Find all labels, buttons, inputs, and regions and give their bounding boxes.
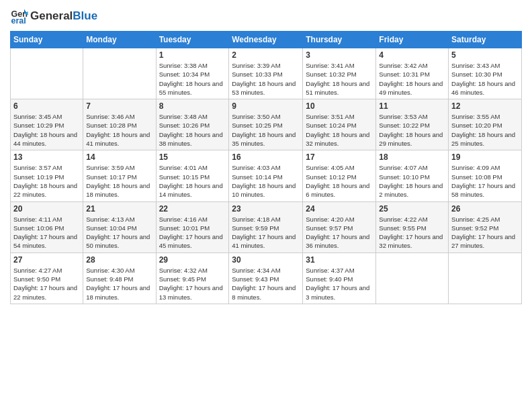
- calendar-cell: 3Sunrise: 3:41 AM Sunset: 10:32 PM Dayli…: [303, 48, 376, 99]
- day-info: Sunrise: 3:46 AM Sunset: 10:28 PM Daylig…: [86, 112, 152, 148]
- day-info: Sunrise: 4:13 AM Sunset: 10:04 PM Daylig…: [86, 215, 152, 250]
- calendar-cell: 27Sunrise: 4:27 AM Sunset: 9:50 PM Dayli…: [11, 253, 83, 304]
- calendar-cell: [449, 253, 522, 304]
- calendar-cell: 7Sunrise: 3:46 AM Sunset: 10:28 PM Dayli…: [83, 99, 156, 150]
- day-number: 19: [451, 152, 519, 162]
- calendar-cell: 30Sunrise: 4:34 AM Sunset: 9:43 PM Dayli…: [229, 253, 303, 304]
- day-number: 7: [86, 101, 152, 111]
- calendar-cell: 17Sunrise: 4:05 AM Sunset: 10:12 PM Dayl…: [303, 150, 376, 201]
- weekday-header-tuesday: Tuesday: [156, 32, 229, 48]
- day-info: Sunrise: 3:55 AM Sunset: 10:20 PM Daylig…: [451, 112, 519, 148]
- calendar-cell: 15Sunrise: 4:01 AM Sunset: 10:15 PM Dayl…: [156, 150, 229, 201]
- weekday-header-thursday: Thursday: [303, 32, 376, 48]
- day-number: 18: [379, 152, 445, 162]
- day-info: Sunrise: 3:57 AM Sunset: 10:19 PM Daylig…: [13, 163, 80, 199]
- svg-text:eral: eral: [11, 16, 26, 26]
- week-row-3: 13Sunrise: 3:57 AM Sunset: 10:19 PM Dayl…: [11, 150, 522, 201]
- week-row-5: 27Sunrise: 4:27 AM Sunset: 9:50 PM Dayli…: [11, 253, 522, 304]
- day-info: Sunrise: 3:39 AM Sunset: 10:33 PM Daylig…: [232, 61, 300, 97]
- day-info: Sunrise: 4:25 AM Sunset: 9:52 PM Dayligh…: [451, 215, 519, 250]
- calendar-cell: 21Sunrise: 4:13 AM Sunset: 10:04 PM Dayl…: [83, 201, 156, 253]
- calendar-cell: [83, 48, 156, 99]
- calendar-cell: 24Sunrise: 4:20 AM Sunset: 9:57 PM Dayli…: [303, 201, 376, 253]
- day-info: Sunrise: 4:34 AM Sunset: 9:43 PM Dayligh…: [232, 266, 300, 302]
- day-number: 22: [159, 204, 226, 214]
- calendar-cell: 28Sunrise: 4:30 AM Sunset: 9:48 PM Dayli…: [83, 253, 156, 304]
- calendar-cell: [11, 48, 83, 99]
- day-number: 6: [13, 101, 80, 111]
- day-info: Sunrise: 3:45 AM Sunset: 10:29 PM Daylig…: [13, 112, 80, 148]
- day-number: 11: [379, 101, 445, 111]
- calendar-cell: 13Sunrise: 3:57 AM Sunset: 10:19 PM Dayl…: [11, 150, 83, 201]
- calendar-cell: 26Sunrise: 4:25 AM Sunset: 9:52 PM Dayli…: [449, 201, 522, 253]
- day-number: 20: [13, 204, 80, 214]
- calendar-cell: 11Sunrise: 3:53 AM Sunset: 10:22 PM Dayl…: [376, 99, 449, 150]
- day-number: 15: [159, 152, 226, 162]
- day-info: Sunrise: 3:38 AM Sunset: 10:34 PM Daylig…: [159, 61, 226, 97]
- calendar-cell: 9Sunrise: 3:50 AM Sunset: 10:25 PM Dayli…: [229, 99, 303, 150]
- calendar-cell: 10Sunrise: 3:51 AM Sunset: 10:24 PM Dayl…: [303, 99, 376, 150]
- day-number: 14: [86, 152, 152, 162]
- day-info: Sunrise: 3:41 AM Sunset: 10:32 PM Daylig…: [306, 61, 373, 97]
- calendar-cell: 2Sunrise: 3:39 AM Sunset: 10:33 PM Dayli…: [229, 48, 303, 99]
- calendar-cell: 20Sunrise: 4:11 AM Sunset: 10:06 PM Dayl…: [11, 201, 83, 253]
- calendar-cell: [376, 253, 449, 304]
- day-number: 27: [13, 255, 80, 265]
- logo: Gen eral GeneralBlue: [10, 7, 97, 26]
- day-info: Sunrise: 4:01 AM Sunset: 10:15 PM Daylig…: [159, 163, 226, 199]
- day-info: Sunrise: 4:11 AM Sunset: 10:06 PM Daylig…: [13, 215, 80, 250]
- day-info: Sunrise: 4:09 AM Sunset: 10:08 PM Daylig…: [451, 163, 519, 199]
- day-number: 2: [232, 50, 300, 60]
- day-number: 23: [232, 204, 300, 214]
- day-info: Sunrise: 3:42 AM Sunset: 10:31 PM Daylig…: [379, 61, 445, 97]
- calendar-cell: 23Sunrise: 4:18 AM Sunset: 9:59 PM Dayli…: [229, 201, 303, 253]
- weekday-header-monday: Monday: [83, 32, 156, 48]
- calendar-cell: 18Sunrise: 4:07 AM Sunset: 10:10 PM Dayl…: [376, 150, 449, 201]
- day-info: Sunrise: 4:32 AM Sunset: 9:45 PM Dayligh…: [159, 266, 226, 302]
- day-number: 8: [159, 101, 226, 111]
- day-info: Sunrise: 3:43 AM Sunset: 10:30 PM Daylig…: [451, 61, 519, 97]
- day-number: 10: [306, 101, 373, 111]
- day-number: 1: [159, 50, 226, 60]
- weekday-header-saturday: Saturday: [449, 32, 522, 48]
- calendar-cell: 8Sunrise: 3:48 AM Sunset: 10:26 PM Dayli…: [156, 99, 229, 150]
- calendar-cell: 5Sunrise: 3:43 AM Sunset: 10:30 PM Dayli…: [449, 48, 522, 99]
- day-number: 3: [306, 50, 373, 60]
- day-info: Sunrise: 4:27 AM Sunset: 9:50 PM Dayligh…: [13, 266, 80, 302]
- logo-icon: Gen eral: [10, 7, 29, 26]
- weekday-header-wednesday: Wednesday: [229, 32, 303, 48]
- day-info: Sunrise: 4:30 AM Sunset: 9:48 PM Dayligh…: [86, 266, 152, 302]
- day-number: 5: [451, 50, 519, 60]
- day-info: Sunrise: 4:18 AM Sunset: 9:59 PM Dayligh…: [232, 215, 300, 250]
- day-info: Sunrise: 4:22 AM Sunset: 9:55 PM Dayligh…: [379, 215, 445, 250]
- day-info: Sunrise: 3:53 AM Sunset: 10:22 PM Daylig…: [379, 112, 445, 148]
- calendar-cell: 1Sunrise: 3:38 AM Sunset: 10:34 PM Dayli…: [156, 48, 229, 99]
- calendar-cell: 25Sunrise: 4:22 AM Sunset: 9:55 PM Dayli…: [376, 201, 449, 253]
- calendar-cell: 14Sunrise: 3:59 AM Sunset: 10:17 PM Dayl…: [83, 150, 156, 201]
- calendar-cell: 19Sunrise: 4:09 AM Sunset: 10:08 PM Dayl…: [449, 150, 522, 201]
- page: Gen eral GeneralBlue SundayMondayTuesday…: [0, 0, 532, 311]
- calendar-cell: 16Sunrise: 4:03 AM Sunset: 10:14 PM Dayl…: [229, 150, 303, 201]
- week-row-2: 6Sunrise: 3:45 AM Sunset: 10:29 PM Dayli…: [11, 99, 522, 150]
- day-info: Sunrise: 4:37 AM Sunset: 9:40 PM Dayligh…: [306, 266, 373, 302]
- day-number: 17: [306, 152, 373, 162]
- weekday-header-friday: Friday: [376, 32, 449, 48]
- day-number: 29: [159, 255, 226, 265]
- day-info: Sunrise: 3:51 AM Sunset: 10:24 PM Daylig…: [306, 112, 373, 148]
- day-number: 30: [232, 255, 300, 265]
- day-info: Sunrise: 3:59 AM Sunset: 10:17 PM Daylig…: [86, 163, 152, 199]
- week-row-1: 1Sunrise: 3:38 AM Sunset: 10:34 PM Dayli…: [11, 48, 522, 99]
- day-number: 9: [232, 101, 300, 111]
- header: Gen eral GeneralBlue: [10, 7, 522, 26]
- calendar-cell: 12Sunrise: 3:55 AM Sunset: 10:20 PM Dayl…: [449, 99, 522, 150]
- day-number: 21: [86, 204, 152, 214]
- day-number: 16: [232, 152, 300, 162]
- day-number: 28: [86, 255, 152, 265]
- day-number: 13: [13, 152, 80, 162]
- calendar-cell: 29Sunrise: 4:32 AM Sunset: 9:45 PM Dayli…: [156, 253, 229, 304]
- calendar-cell: 31Sunrise: 4:37 AM Sunset: 9:40 PM Dayli…: [303, 253, 376, 304]
- day-number: 4: [379, 50, 445, 60]
- day-number: 12: [451, 101, 519, 111]
- day-info: Sunrise: 4:03 AM Sunset: 10:14 PM Daylig…: [232, 163, 300, 199]
- day-info: Sunrise: 4:16 AM Sunset: 10:01 PM Daylig…: [159, 215, 226, 250]
